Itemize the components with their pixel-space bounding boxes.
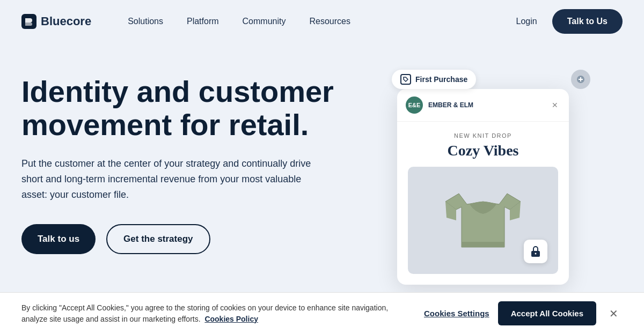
email-close-icon: ✕ — [550, 100, 560, 110]
hero-section: Identity and customer movement for retai… — [0, 43, 644, 300]
lock-badge — [524, 240, 547, 263]
sweater-illustration — [440, 177, 526, 263]
email-avatar-initials: E&E — [408, 102, 421, 108]
email-headline: Cozy Vibes — [408, 142, 558, 159]
nav-resources[interactable]: Resources — [298, 12, 361, 31]
hero-right: First Purchase E&E EMBER & ELM — [354, 64, 623, 285]
cookies-settings-button[interactable]: Cookies Settings — [424, 309, 489, 318]
email-tag-line: NEW KNIT DROP — [408, 132, 558, 139]
email-card: E&E EMBER & ELM ✕ NEW KNIT DROP Cozy Vib… — [397, 89, 569, 285]
nav-community[interactable]: Community — [232, 12, 297, 31]
logo-text: Bluecore — [41, 14, 91, 28]
close-cookie-banner-button[interactable]: ✕ — [605, 305, 623, 322]
mockup-container: First Purchase E&E EMBER & ELM — [397, 70, 580, 285]
talk-to-us-nav-button[interactable]: Talk to Us — [552, 9, 623, 34]
nav-links: Solutions Platform Community Resources — [117, 12, 509, 31]
login-button[interactable]: Login — [510, 12, 544, 31]
tag-label: First Purchase — [415, 75, 467, 84]
nav-platform[interactable]: Platform — [176, 12, 230, 31]
navbar: Bluecore Solutions Platform Community Re… — [0, 0, 644, 43]
logo[interactable]: Bluecore — [21, 14, 91, 29]
product-image — [408, 167, 558, 274]
svg-point-3 — [535, 253, 537, 255]
cookie-text: By clicking "Accept All Cookies," you ag… — [21, 302, 413, 325]
cookie-policy-link[interactable]: Cookies Policy — [204, 315, 258, 323]
email-sender-name: EMBER & ELM — [428, 101, 473, 109]
get-strategy-button[interactable]: Get the strategy — [106, 224, 210, 254]
cookie-banner: By clicking "Accept All Cookies," you ag… — [0, 292, 644, 334]
tag-icon — [400, 74, 411, 85]
talk-to-us-hero-button[interactable]: Talk to us — [21, 224, 96, 254]
email-avatar: E&E — [406, 97, 423, 114]
email-header-left: E&E EMBER & ELM — [406, 97, 473, 114]
hero-left: Identity and customer movement for retai… — [21, 64, 343, 254]
email-card-header: E&E EMBER & ELM ✕ — [397, 89, 569, 122]
first-purchase-tag: First Purchase — [392, 70, 476, 89]
nav-solutions[interactable]: Solutions — [117, 12, 174, 31]
email-card-body: NEW KNIT DROP Cozy Vibes — [397, 122, 569, 285]
badge-pill — [571, 70, 590, 89]
nav-actions: Login Talk to Us — [510, 9, 623, 34]
hero-title: Identity and customer movement for retai… — [21, 75, 343, 141]
cookie-actions: Cookies Settings Accept All Cookies ✕ — [424, 301, 623, 325]
hero-buttons: Talk to us Get the strategy — [21, 224, 343, 254]
accept-cookies-button[interactable]: Accept All Cookies — [498, 301, 596, 325]
logo-icon — [21, 14, 36, 29]
hero-subtitle: Put the customer at the center of your s… — [21, 156, 322, 202]
